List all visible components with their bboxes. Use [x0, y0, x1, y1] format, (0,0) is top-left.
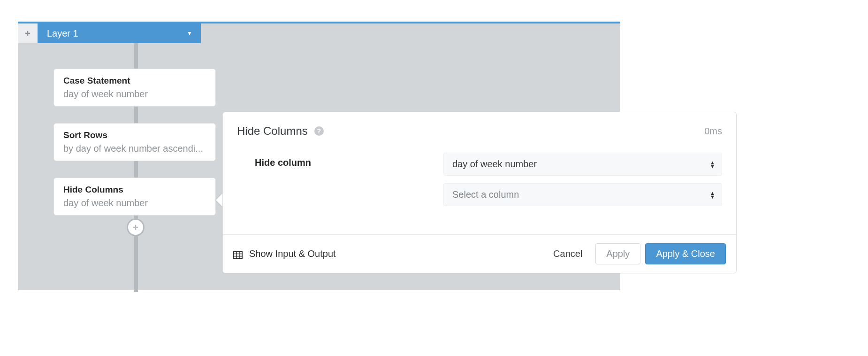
node-case-statement[interactable]: Case Statement day of week number	[53, 69, 216, 107]
apply-button[interactable]: Apply	[595, 243, 640, 264]
tab-layer-1[interactable]: Layer 1 ▼	[38, 23, 201, 43]
panel-title: Hide Columns	[237, 124, 308, 138]
panel-pointer-icon	[216, 193, 222, 207]
field-label: Hide column	[237, 153, 443, 206]
field-inputs: day of week number ▲▼ Select a column ▲▼	[443, 153, 722, 206]
hide-column-select-1[interactable]: day of week number ▲▼	[443, 153, 722, 176]
panel-header: Hide Columns ? 0ms	[223, 112, 736, 143]
sort-caret-icon: ▲▼	[710, 191, 715, 199]
node-subtitle: day of week number	[63, 198, 206, 209]
select-value: Select a column	[452, 189, 519, 200]
svg-rect-0	[234, 251, 243, 258]
sort-caret-icon: ▲▼	[710, 161, 715, 168]
node-sort-rows[interactable]: Sort Rows by day of week number ascendi.…	[53, 123, 216, 161]
panel-footer: Show Input & Output Cancel Apply Apply &…	[223, 234, 736, 273]
help-icon[interactable]: ?	[314, 126, 324, 136]
config-panel: Hide Columns ? 0ms Hide column day of we…	[222, 112, 737, 273]
apply-close-button[interactable]: Apply & Close	[645, 243, 726, 264]
layer-tab-label: Layer 1	[47, 28, 78, 39]
layer-tabs: + Layer 1 ▼	[18, 23, 620, 43]
node-title: Hide Columns	[63, 185, 206, 195]
node-title: Case Statement	[63, 76, 206, 86]
node-subtitle: by day of week number ascendi...	[63, 143, 206, 154]
node-title: Sort Rows	[63, 130, 206, 140]
show-io-label: Show Input & Output	[249, 248, 336, 259]
node-subtitle: day of week number	[63, 89, 206, 100]
add-node-button[interactable]: +	[127, 218, 145, 236]
pipeline-canvas: + Layer 1 ▼ Case Statement day of week n…	[18, 22, 620, 290]
node-hide-columns[interactable]: Hide Columns day of week number	[53, 178, 216, 216]
caret-down-icon: ▼	[187, 30, 192, 37]
hide-column-select-2[interactable]: Select a column ▲▼	[443, 183, 722, 206]
table-icon	[233, 250, 243, 258]
add-layer-button[interactable]: +	[18, 23, 38, 43]
execution-timing: 0ms	[704, 126, 722, 137]
show-input-output-toggle[interactable]: Show Input & Output	[233, 248, 336, 259]
cancel-button[interactable]: Cancel	[545, 244, 591, 264]
select-value: day of week number	[452, 159, 537, 169]
panel-body: Hide column day of week number ▲▼ Select…	[223, 143, 736, 234]
